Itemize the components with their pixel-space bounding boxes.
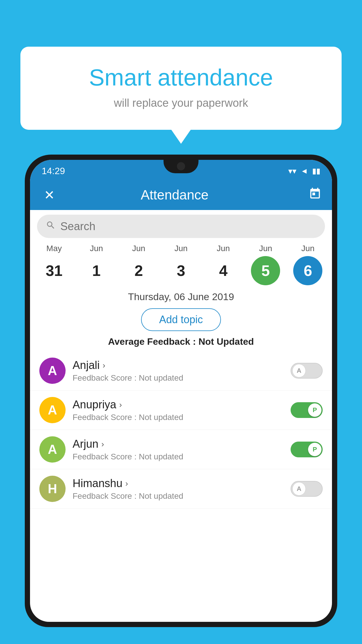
signal-icon: ◄ [301,167,308,176]
student-info-3: Himanshu›Feedback Score : Not updated [73,477,291,501]
add-topic-container: Add topic [30,304,332,334]
cal-date-1[interactable]: 1 [82,256,111,285]
cal-day-4[interactable]: Jun4 [206,244,241,285]
avg-feedback: Average Feedback : Not Updated [30,334,332,351]
cal-day-3[interactable]: Jun3 [164,244,198,285]
student-info-1: Anupriya›Feedback Score : Not updated [73,398,291,422]
student-avatar-2: A [39,436,66,463]
cal-day-6[interactable]: Jun6 [290,244,325,285]
student-row-0[interactable]: AAnjali›Feedback Score : Not updatedA [30,351,332,391]
cal-month-3: Jun [174,244,187,253]
student-feedback-2: Feedback Score : Not updated [73,452,291,461]
toggle-2[interactable]: P [291,442,323,457]
cal-day-2[interactable]: Jun2 [121,244,156,285]
toggle-0[interactable]: A [291,363,323,379]
toggle-container-2[interactable]: P [291,442,323,457]
cal-day-0[interactable]: May31 [37,244,72,285]
student-feedback-0: Feedback Score : Not updated [73,373,291,383]
cal-date-4[interactable]: 4 [209,256,238,285]
phone-container: 14:29 ▾▾ ◄ ▮▮ ✕ Attendance [25,155,337,644]
student-arrow-0: › [103,361,105,370]
add-topic-button[interactable]: Add topic [141,308,221,331]
bubble-subtitle: will replace your paperwork [44,97,318,109]
top-bar: ✕ Attendance [30,181,332,210]
cal-date-3[interactable]: 3 [166,256,196,285]
toggle-knob-3: A [292,482,306,496]
student-avatar-1: A [39,397,66,423]
speech-bubble: Smart attendance will replace your paper… [20,47,342,130]
student-name-3: Himanshu [73,477,122,490]
status-icons: ▾▾ ◄ ▮▮ [288,166,320,176]
cal-date-0[interactable]: 31 [40,256,69,285]
wifi-icon: ▾▾ [288,166,296,176]
student-name-2: Arjun [73,438,99,450]
status-time: 14:29 [42,166,65,176]
toggle-1[interactable]: P [291,402,323,418]
phone-screen: 14:29 ▾▾ ◄ ▮▮ ✕ Attendance [30,160,332,622]
student-name-row-0: Anjali› [73,359,291,372]
student-name-row-3: Himanshu› [73,477,291,490]
cal-month-0: May [46,244,62,253]
search-container[interactable] [37,215,325,238]
toggle-knob-1: P [308,403,321,417]
cal-date-6[interactable]: 6 [293,256,322,285]
student-name-1: Anupriya [73,398,116,411]
student-row-3[interactable]: HHimanshu›Feedback Score : Not updatedA [30,469,332,509]
student-feedback-1: Feedback Score : Not updated [73,413,291,422]
phone-outer: 14:29 ▾▾ ◄ ▮▮ ✕ Attendance [25,155,337,627]
toggle-3[interactable]: A [291,481,323,497]
student-info-0: Anjali›Feedback Score : Not updated [73,359,291,383]
student-info-2: Arjun›Feedback Score : Not updated [73,438,291,461]
student-avatar-0: A [39,358,66,384]
page-title: Attendance [41,187,309,203]
cal-month-5: Jun [259,244,272,253]
toggle-knob-2: P [308,443,321,456]
cal-month-6: Jun [301,244,314,253]
student-list: AAnjali›Feedback Score : Not updatedAAAn… [30,351,332,622]
student-arrow-1: › [119,400,122,410]
student-name-0: Anjali [73,359,100,372]
date-label: Thursday, 06 June 2019 [30,288,332,304]
student-row-1[interactable]: AAnupriya›Feedback Score : Not updatedP [30,391,332,430]
toggle-container-3[interactable]: A [291,481,323,497]
cal-month-4: Jun [217,244,230,253]
toggle-knob-0: A [292,364,306,377]
cal-day-5[interactable]: Jun5 [248,244,283,285]
cal-month-2: Jun [132,244,145,253]
phone-camera [177,162,185,170]
student-row-2[interactable]: AArjun›Feedback Score : Not updatedP [30,430,332,469]
cal-day-1[interactable]: Jun1 [79,244,114,285]
student-name-row-1: Anupriya› [73,398,291,411]
toggle-container-0[interactable]: A [291,363,323,379]
student-feedback-3: Feedback Score : Not updated [73,491,291,501]
cal-month-1: Jun [90,244,103,253]
search-icon [46,220,56,233]
student-arrow-3: › [125,479,128,488]
cal-date-2[interactable]: 2 [124,256,153,285]
search-input[interactable] [60,220,316,233]
toggle-container-1[interactable]: P [291,402,323,418]
student-name-row-2: Arjun› [73,438,291,450]
student-arrow-2: › [101,440,104,449]
battery-icon: ▮▮ [312,167,320,176]
calendar-icon[interactable] [309,187,321,203]
calendar-strip: May31Jun1Jun2Jun3Jun4Jun5Jun6 [30,238,332,288]
bubble-title: Smart attendance [44,64,318,91]
speech-bubble-container: Smart attendance will replace your paper… [20,47,342,130]
student-avatar-3: H [39,476,66,502]
cal-date-5[interactable]: 5 [251,256,280,285]
